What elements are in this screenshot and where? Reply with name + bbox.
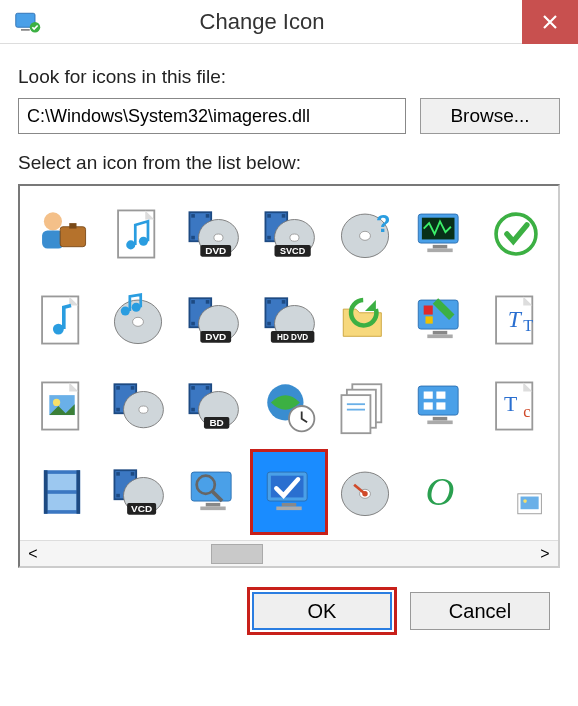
close-button[interactable] [522,0,578,44]
globe-clock-icon[interactable] [253,366,325,446]
monitor-apps-icon[interactable] [405,366,477,446]
svg-rect-75 [116,386,120,390]
svg-rect-65 [424,306,433,315]
disc-vcd-icon[interactable]: VCD [102,452,174,532]
photo-small-icon[interactable] [480,452,552,532]
disc-hddvd-icon[interactable]: HD DVD [253,280,325,360]
svg-rect-55 [267,300,271,304]
svg-point-27 [290,234,299,241]
svg-text:O: O [426,469,455,514]
svg-rect-103 [437,402,446,409]
svg-rect-57 [282,300,286,304]
scrollbar-thumb[interactable] [211,544,263,564]
scrollbar-track[interactable] [46,541,532,566]
svg-rect-116 [130,472,134,476]
disc-svcd-film-icon[interactable]: SVCD [253,194,325,274]
svg-point-17 [214,234,223,241]
horizontal-scrollbar[interactable]: < > [20,540,558,566]
page-tt-icon[interactable]: TT [480,280,552,360]
svg-text:c: c [523,402,530,421]
svg-rect-115 [116,494,120,498]
letter-o-icon[interactable]: O [405,452,477,532]
cancel-button[interactable]: Cancel [410,592,550,630]
monitor-waveform-icon[interactable] [405,194,477,274]
film-strip-icon[interactable] [26,452,98,532]
svg-rect-84 [192,408,196,412]
svg-rect-77 [130,386,134,390]
svg-text:SVCD: SVCD [280,246,306,256]
dialog-button-row: OK Cancel [18,592,560,630]
svg-point-132 [362,491,367,496]
svg-rect-100 [424,392,433,399]
path-row: Browse... [18,98,560,134]
page-music-icon[interactable] [102,194,174,274]
svg-rect-97 [419,386,459,415]
svg-point-72 [53,399,60,406]
disc-gauge-icon[interactable] [329,452,401,532]
svg-rect-35 [428,249,453,253]
svg-rect-47 [192,322,196,326]
svg-rect-122 [206,503,221,507]
icon-list-well: DVDSVCD?DVDHD DVDTTBDTcVCDO < > [18,184,560,568]
change-icon-dialog: Change Icon Look for icons in this file:… [0,0,578,706]
disc-bd-film-icon[interactable]: BD [177,366,249,446]
svg-rect-12 [192,214,196,218]
user-briefcase-icon[interactable] [26,194,98,274]
checkmark-green-icon[interactable] [480,194,552,274]
svg-point-41 [132,317,143,326]
chevron-left-icon: < [28,545,37,563]
svg-rect-48 [206,300,210,304]
page-photo-icon[interactable] [26,366,98,446]
svg-point-31 [359,231,370,240]
svg-rect-63 [433,331,448,335]
icon-file-path-input[interactable] [18,98,406,134]
look-for-label: Look for icons in this file: [18,66,560,88]
disc-question-icon[interactable]: ? [329,194,401,274]
svg-rect-123 [201,507,226,511]
svg-rect-108 [47,474,76,490]
close-icon [542,14,558,30]
disc-dvd-film2-icon[interactable]: DVD [177,280,249,360]
svg-point-80 [138,406,147,413]
svg-rect-114 [116,472,120,476]
monitor-paint-icon[interactable] [405,280,477,360]
svg-rect-94 [341,395,370,433]
scroll-right-button[interactable]: > [532,541,558,567]
svg-rect-34 [433,245,448,249]
svg-rect-135 [521,497,539,510]
monitor-magnify-icon[interactable] [177,452,249,532]
documents-stack-icon[interactable] [329,366,401,446]
svg-text:T: T [508,306,523,332]
svg-rect-111 [76,470,80,514]
titlebar: Change Icon [0,0,578,44]
page-note-icon[interactable] [26,280,98,360]
select-label: Select an icon from the list below: [18,152,560,174]
svg-rect-101 [437,392,446,399]
svg-text:T: T [523,316,533,335]
svg-text:DVD: DVD [205,245,226,256]
ok-button[interactable]: OK [252,592,392,630]
page-tc-icon[interactable]: Tc [480,366,552,446]
browse-button[interactable]: Browse... [420,98,560,134]
svg-rect-102 [424,402,433,409]
svg-rect-76 [116,408,120,412]
disc-dvd-film-icon[interactable]: DVD [177,194,249,274]
svg-text:VCD: VCD [131,503,152,514]
scroll-left-button[interactable]: < [20,541,46,567]
svg-rect-99 [428,421,453,425]
monitor-check-icon[interactable] [253,452,325,532]
svg-rect-6 [69,223,76,228]
svg-rect-14 [206,214,210,218]
svg-point-136 [523,499,527,503]
svg-rect-83 [192,386,196,390]
svg-rect-22 [267,214,271,218]
svg-text:?: ? [376,211,390,237]
svg-text:BD: BD [210,417,224,428]
icon-grid: DVDSVCD?DVDHD DVDTTBDTcVCDO [20,186,558,540]
dialog-content: Look for icons in this file: Browse... S… [0,44,578,706]
svg-rect-64 [428,335,453,339]
disc-film-icon[interactable] [102,366,174,446]
disc-music-icon[interactable] [102,280,174,360]
folder-refresh-icon[interactable] [329,280,401,360]
svg-rect-110 [44,470,48,514]
